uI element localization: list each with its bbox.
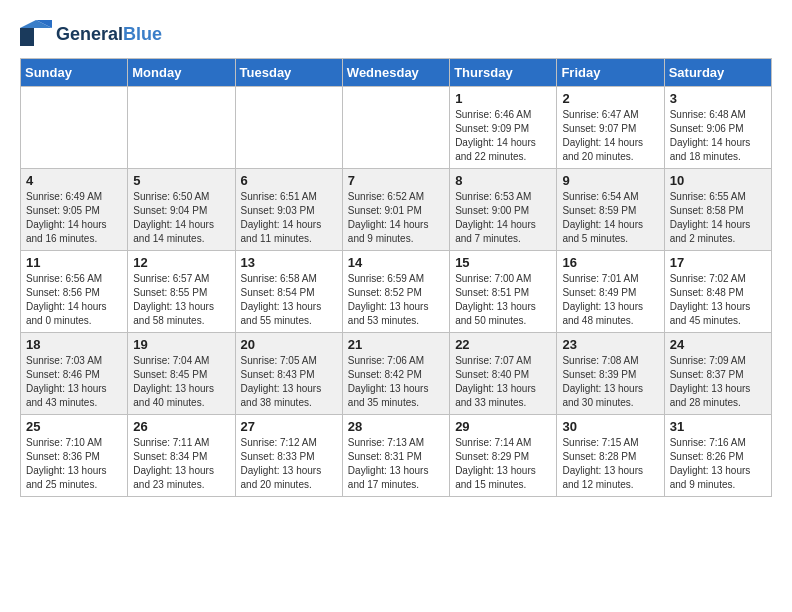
day-number: 15: [455, 255, 551, 270]
day-number: 14: [348, 255, 444, 270]
calendar-cell: 5Sunrise: 6:50 AMSunset: 9:04 PMDaylight…: [128, 169, 235, 251]
calendar-cell: [128, 87, 235, 169]
day-number: 9: [562, 173, 658, 188]
calendar-cell: 29Sunrise: 7:14 AMSunset: 8:29 PMDayligh…: [450, 415, 557, 497]
day-number: 1: [455, 91, 551, 106]
calendar-cell: 30Sunrise: 7:15 AMSunset: 8:28 PMDayligh…: [557, 415, 664, 497]
calendar-cell: 19Sunrise: 7:04 AMSunset: 8:45 PMDayligh…: [128, 333, 235, 415]
day-info: Sunrise: 6:58 AMSunset: 8:54 PMDaylight:…: [241, 272, 337, 328]
calendar-table: SundayMondayTuesdayWednesdayThursdayFrid…: [20, 58, 772, 497]
day-info: Sunrise: 6:55 AMSunset: 8:58 PMDaylight:…: [670, 190, 766, 246]
day-info: Sunrise: 7:09 AMSunset: 8:37 PMDaylight:…: [670, 354, 766, 410]
calendar-cell: 22Sunrise: 7:07 AMSunset: 8:40 PMDayligh…: [450, 333, 557, 415]
day-info: Sunrise: 7:00 AMSunset: 8:51 PMDaylight:…: [455, 272, 551, 328]
calendar-cell: 11Sunrise: 6:56 AMSunset: 8:56 PMDayligh…: [21, 251, 128, 333]
calendar-cell: 6Sunrise: 6:51 AMSunset: 9:03 PMDaylight…: [235, 169, 342, 251]
day-number: 29: [455, 419, 551, 434]
day-info: Sunrise: 6:54 AMSunset: 8:59 PMDaylight:…: [562, 190, 658, 246]
weekday-header-thursday: Thursday: [450, 59, 557, 87]
day-number: 2: [562, 91, 658, 106]
day-info: Sunrise: 7:05 AMSunset: 8:43 PMDaylight:…: [241, 354, 337, 410]
day-number: 20: [241, 337, 337, 352]
day-info: Sunrise: 6:47 AMSunset: 9:07 PMDaylight:…: [562, 108, 658, 164]
logo-icon: [20, 20, 52, 48]
day-number: 7: [348, 173, 444, 188]
calendar-cell: 25Sunrise: 7:10 AMSunset: 8:36 PMDayligh…: [21, 415, 128, 497]
calendar-cell: 17Sunrise: 7:02 AMSunset: 8:48 PMDayligh…: [664, 251, 771, 333]
day-number: 8: [455, 173, 551, 188]
calendar-cell: 24Sunrise: 7:09 AMSunset: 8:37 PMDayligh…: [664, 333, 771, 415]
day-info: Sunrise: 7:07 AMSunset: 8:40 PMDaylight:…: [455, 354, 551, 410]
day-number: 25: [26, 419, 122, 434]
day-info: Sunrise: 6:48 AMSunset: 9:06 PMDaylight:…: [670, 108, 766, 164]
day-info: Sunrise: 7:10 AMSunset: 8:36 PMDaylight:…: [26, 436, 122, 492]
day-info: Sunrise: 6:59 AMSunset: 8:52 PMDaylight:…: [348, 272, 444, 328]
day-info: Sunrise: 6:51 AMSunset: 9:03 PMDaylight:…: [241, 190, 337, 246]
calendar-cell: [342, 87, 449, 169]
calendar-cell: 14Sunrise: 6:59 AMSunset: 8:52 PMDayligh…: [342, 251, 449, 333]
day-number: 4: [26, 173, 122, 188]
calendar-cell: 31Sunrise: 7:16 AMSunset: 8:26 PMDayligh…: [664, 415, 771, 497]
day-number: 6: [241, 173, 337, 188]
day-number: 18: [26, 337, 122, 352]
day-number: 10: [670, 173, 766, 188]
calendar-cell: 13Sunrise: 6:58 AMSunset: 8:54 PMDayligh…: [235, 251, 342, 333]
calendar-cell: 15Sunrise: 7:00 AMSunset: 8:51 PMDayligh…: [450, 251, 557, 333]
day-number: 19: [133, 337, 229, 352]
day-info: Sunrise: 6:57 AMSunset: 8:55 PMDaylight:…: [133, 272, 229, 328]
page-header: GeneralBlue: [20, 20, 772, 48]
day-info: Sunrise: 6:53 AMSunset: 9:00 PMDaylight:…: [455, 190, 551, 246]
day-number: 24: [670, 337, 766, 352]
logo: GeneralBlue: [20, 20, 162, 48]
day-info: Sunrise: 6:56 AMSunset: 8:56 PMDaylight:…: [26, 272, 122, 328]
logo-blue: Blue: [123, 24, 162, 44]
calendar-cell: 9Sunrise: 6:54 AMSunset: 8:59 PMDaylight…: [557, 169, 664, 251]
day-number: 17: [670, 255, 766, 270]
day-number: 23: [562, 337, 658, 352]
day-number: 22: [455, 337, 551, 352]
day-number: 26: [133, 419, 229, 434]
day-number: 11: [26, 255, 122, 270]
weekday-header-monday: Monday: [128, 59, 235, 87]
day-number: 12: [133, 255, 229, 270]
calendar-cell: 21Sunrise: 7:06 AMSunset: 8:42 PMDayligh…: [342, 333, 449, 415]
day-number: 5: [133, 173, 229, 188]
weekday-header-sunday: Sunday: [21, 59, 128, 87]
weekday-header-saturday: Saturday: [664, 59, 771, 87]
day-number: 3: [670, 91, 766, 106]
day-number: 30: [562, 419, 658, 434]
calendar-cell: [235, 87, 342, 169]
day-info: Sunrise: 7:01 AMSunset: 8:49 PMDaylight:…: [562, 272, 658, 328]
weekday-header-friday: Friday: [557, 59, 664, 87]
calendar-cell: 23Sunrise: 7:08 AMSunset: 8:39 PMDayligh…: [557, 333, 664, 415]
calendar-cell: 1Sunrise: 6:46 AMSunset: 9:09 PMDaylight…: [450, 87, 557, 169]
day-number: 13: [241, 255, 337, 270]
calendar-cell: 10Sunrise: 6:55 AMSunset: 8:58 PMDayligh…: [664, 169, 771, 251]
day-info: Sunrise: 7:14 AMSunset: 8:29 PMDaylight:…: [455, 436, 551, 492]
day-info: Sunrise: 7:11 AMSunset: 8:34 PMDaylight:…: [133, 436, 229, 492]
day-info: Sunrise: 7:08 AMSunset: 8:39 PMDaylight:…: [562, 354, 658, 410]
logo-general: General: [56, 24, 123, 44]
day-number: 16: [562, 255, 658, 270]
calendar-cell: 2Sunrise: 6:47 AMSunset: 9:07 PMDaylight…: [557, 87, 664, 169]
day-info: Sunrise: 7:02 AMSunset: 8:48 PMDaylight:…: [670, 272, 766, 328]
day-info: Sunrise: 7:15 AMSunset: 8:28 PMDaylight:…: [562, 436, 658, 492]
day-info: Sunrise: 6:46 AMSunset: 9:09 PMDaylight:…: [455, 108, 551, 164]
calendar-cell: 27Sunrise: 7:12 AMSunset: 8:33 PMDayligh…: [235, 415, 342, 497]
calendar-cell: 20Sunrise: 7:05 AMSunset: 8:43 PMDayligh…: [235, 333, 342, 415]
calendar-cell: 7Sunrise: 6:52 AMSunset: 9:01 PMDaylight…: [342, 169, 449, 251]
calendar-cell: 28Sunrise: 7:13 AMSunset: 8:31 PMDayligh…: [342, 415, 449, 497]
day-info: Sunrise: 7:04 AMSunset: 8:45 PMDaylight:…: [133, 354, 229, 410]
day-number: 31: [670, 419, 766, 434]
calendar-cell: 26Sunrise: 7:11 AMSunset: 8:34 PMDayligh…: [128, 415, 235, 497]
calendar-cell: 16Sunrise: 7:01 AMSunset: 8:49 PMDayligh…: [557, 251, 664, 333]
weekday-header-tuesday: Tuesday: [235, 59, 342, 87]
day-number: 27: [241, 419, 337, 434]
weekday-header-wednesday: Wednesday: [342, 59, 449, 87]
day-info: Sunrise: 7:06 AMSunset: 8:42 PMDaylight:…: [348, 354, 444, 410]
day-info: Sunrise: 7:03 AMSunset: 8:46 PMDaylight:…: [26, 354, 122, 410]
day-info: Sunrise: 6:52 AMSunset: 9:01 PMDaylight:…: [348, 190, 444, 246]
calendar-cell: 4Sunrise: 6:49 AMSunset: 9:05 PMDaylight…: [21, 169, 128, 251]
svg-rect-0: [20, 28, 34, 46]
calendar-cell: 18Sunrise: 7:03 AMSunset: 8:46 PMDayligh…: [21, 333, 128, 415]
